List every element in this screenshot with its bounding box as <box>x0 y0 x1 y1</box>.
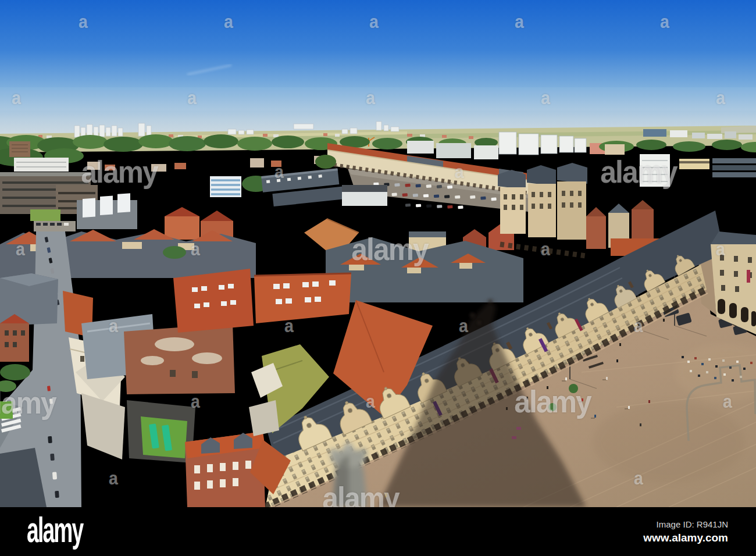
footer-bar: alamy Image ID: R941JN www.alamy.com <box>0 507 756 556</box>
image-id-text: Image ID: R941JN <box>643 519 728 529</box>
stock-image-preview-page: alamyalamyalamyalamyalamyalamyaaaaaaaaaa… <box>0 0 756 556</box>
footer-meta: Image ID: R941JN www.alamy.com <box>643 519 728 544</box>
alamy-logo: alamy <box>27 512 83 551</box>
alamy-url-text: www.alamy.com <box>643 532 728 544</box>
sky <box>0 0 756 142</box>
belfry-finial <box>330 443 368 507</box>
photo-aerial-arras: alamyalamyalamyalamyalamyalamyaaaaaaaaaa… <box>0 0 756 507</box>
aerial-cityscape-illustration <box>0 0 756 507</box>
